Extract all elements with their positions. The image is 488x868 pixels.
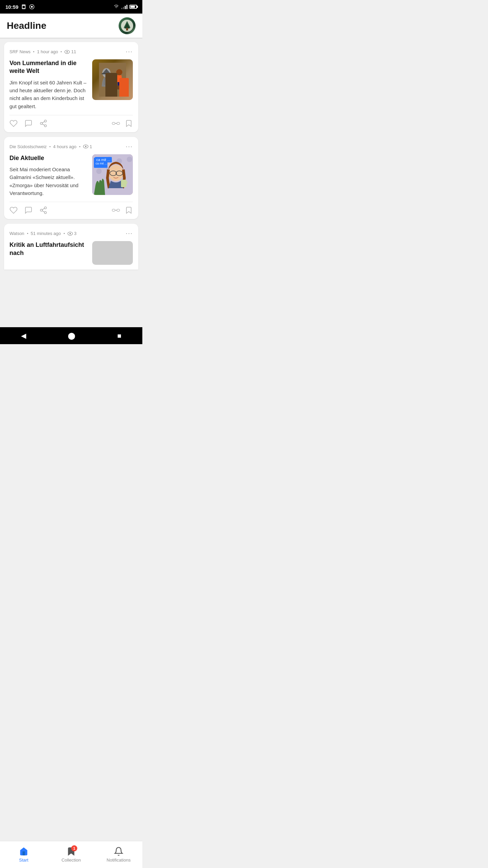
like-button[interactable] <box>9 119 18 127</box>
svg-point-3 <box>31 6 33 7</box>
svg-point-32 <box>106 157 112 162</box>
reader-mode-button[interactable] <box>112 206 120 214</box>
article-image[interactable]: ca mit ... <box>92 154 133 195</box>
dot-separator <box>64 233 65 234</box>
actions-right <box>112 119 133 127</box>
eye-icon <box>64 50 70 54</box>
article-thumbnail <box>92 59 133 100</box>
avatar-tree <box>119 17 136 34</box>
nav-label-start: Start <box>19 857 28 863</box>
share-button[interactable] <box>39 119 47 127</box>
more-options-button[interactable]: ··· <box>126 143 133 150</box>
status-bar: 10:59 <box>0 0 142 14</box>
content-area: SRF News 1 hour ago 11 ··· Von Lummerlan… <box>0 39 142 300</box>
wifi-icon <box>113 4 119 9</box>
svg-rect-27 <box>115 123 117 124</box>
dot-separator <box>79 146 80 147</box>
share-button[interactable] <box>39 206 47 214</box>
svg-point-13 <box>116 69 122 75</box>
nav-item-collection[interactable]: 1 Collection <box>47 844 95 865</box>
read-number: 11 <box>71 49 76 54</box>
nav-item-notifications[interactable]: Notifications <box>95 844 142 865</box>
svg-point-20 <box>44 120 46 122</box>
like-button[interactable] <box>9 206 18 214</box>
eye-icon <box>67 232 73 236</box>
read-count: 11 <box>64 49 76 54</box>
article-meta: SRF News 1 hour ago 11 ··· <box>9 48 133 55</box>
home-button[interactable]: ⬤ <box>68 332 75 340</box>
nav-item-start[interactable]: Start <box>0 844 47 865</box>
article-time: 51 minutes ago <box>31 231 61 236</box>
svg-rect-18 <box>119 82 121 87</box>
back-button[interactable]: ◀ <box>21 332 26 340</box>
bookmark-button[interactable] <box>125 119 133 127</box>
svg-rect-16 <box>118 75 120 80</box>
android-navigation-bar: ◀ ⬤ ■ <box>0 327 142 344</box>
comment-button[interactable] <box>24 206 33 214</box>
article-thumbnail: ca mit ... <box>92 154 133 195</box>
svg-line-47 <box>42 211 45 212</box>
article-summary: Jim Knopf ist seit 60 Jahren Kult – und … <box>9 79 87 110</box>
home-icon <box>19 847 28 856</box>
article-time: 4 hours ago <box>53 144 77 149</box>
svg-point-9 <box>66 51 68 53</box>
svg-point-53 <box>69 233 71 234</box>
svg-point-44 <box>44 207 46 209</box>
dot-separator <box>33 51 34 52</box>
more-options-button[interactable]: ··· <box>126 230 133 237</box>
collection-badge: 1 <box>71 845 77 851</box>
article-thumbnail <box>92 241 133 265</box>
svg-rect-51 <box>115 210 117 211</box>
article-meta: Watson 51 minutes ago 3 ··· <box>9 230 133 237</box>
article-divider <box>9 202 133 202</box>
comment-button[interactable] <box>24 119 33 127</box>
read-number: 3 <box>74 231 77 236</box>
dot-separator <box>49 146 50 147</box>
bookmark-button[interactable] <box>125 206 133 214</box>
article-actions <box>9 206 133 214</box>
article-card-partial: Watson 51 minutes ago 3 ··· Kritik an Lu… <box>4 224 138 270</box>
article-actions <box>9 119 133 127</box>
media-icon <box>29 4 35 9</box>
nav-label-collection: Collection <box>61 857 81 863</box>
svg-rect-15 <box>116 75 118 80</box>
article-body: Kritik an Luftfahrtaufsicht nach <box>9 241 133 265</box>
article-summary: Seit Mai moderiert Oceana Galmarini «Sch… <box>9 165 87 197</box>
svg-rect-12 <box>102 73 111 74</box>
status-bar-left: 10:59 <box>5 4 35 10</box>
svg-point-49 <box>112 209 115 212</box>
article-title[interactable]: Kritik an Luftfahrtaufsicht nach <box>9 241 87 257</box>
svg-line-24 <box>42 121 45 123</box>
bell-icon <box>114 847 123 856</box>
svg-line-23 <box>42 124 45 125</box>
article-body: Von Lummerland in die weite Welt Jim Kno… <box>9 59 133 110</box>
article-image[interactable] <box>92 59 133 100</box>
bookmark-nav-icon: 1 <box>66 847 76 856</box>
article-title[interactable]: Von Lummerland in die weite Welt <box>9 59 87 75</box>
svg-point-21 <box>40 122 42 124</box>
reader-mode-button[interactable] <box>112 119 120 127</box>
svg-text:ca mit ...: ca mit ... <box>96 162 107 165</box>
signal-icon <box>121 4 127 9</box>
read-count: 3 <box>67 231 77 236</box>
svg-point-35 <box>96 169 102 174</box>
article-meta-left: SRF News 1 hour ago 11 <box>9 49 76 54</box>
article-text: Die Aktuelle Seit Mai moderiert Oceana G… <box>9 154 87 197</box>
more-options-button[interactable]: ··· <box>126 48 133 55</box>
svg-point-45 <box>40 209 42 211</box>
article-title[interactable]: Die Aktuelle <box>9 154 87 162</box>
article-meta-left: Die Südostschweiz 4 hours ago 1 <box>9 144 92 149</box>
svg-line-48 <box>42 209 45 210</box>
article-source: SRF News <box>9 49 30 54</box>
recents-button[interactable]: ■ <box>117 332 121 340</box>
article-card: Die Südostschweiz 4 hours ago 1 ··· Die … <box>4 137 138 219</box>
svg-point-22 <box>44 125 46 127</box>
svg-point-46 <box>44 212 46 214</box>
eye-icon <box>83 144 88 149</box>
bottom-navigation: Start 1 Collection Notifications <box>0 841 142 868</box>
svg-point-26 <box>117 122 120 124</box>
avatar[interactable] <box>119 17 136 34</box>
svg-rect-43 <box>121 180 126 187</box>
svg-point-34 <box>127 157 132 162</box>
actions-left <box>9 119 47 127</box>
